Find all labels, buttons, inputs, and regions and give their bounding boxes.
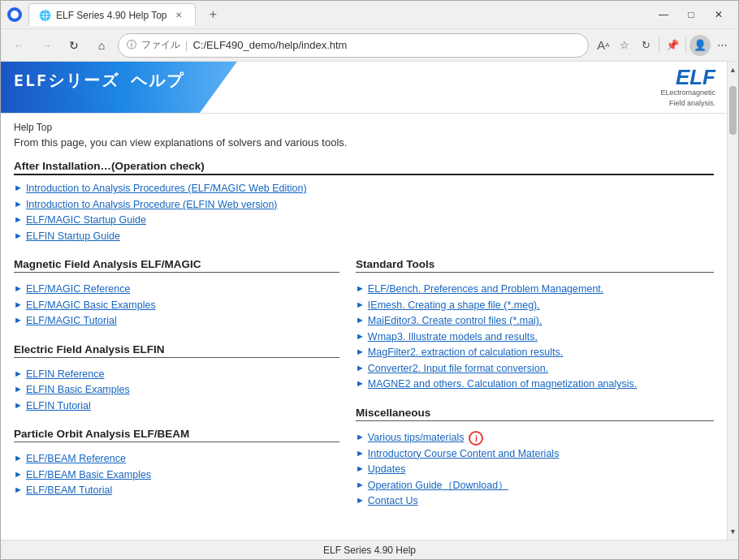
elf-header: ELFシリーズ ヘルプ (1, 62, 249, 113)
browser-icon (7, 7, 22, 22)
title-bar: 🌐 ELF Series 4.90 Help Top ✕ + — □ ✕ (1, 1, 738, 29)
standard-link-0[interactable]: ELF/Bench. Preferences and Problem Manag… (368, 282, 603, 297)
profile-icon[interactable]: 👤 (689, 35, 711, 56)
list-item: ► Contact Us (356, 494, 714, 509)
magnetic-field-title: Magnetic Field Analysis ELF/MAGIC (14, 258, 339, 273)
list-item: ► Introductory Course Content and Materi… (356, 447, 714, 462)
home-button[interactable]: ⌂ (90, 34, 113, 57)
arrow-icon: ► (14, 230, 23, 240)
beam-link-2[interactable]: ELF/BEAM Tutorial (26, 484, 112, 498)
arrow-icon: ► (14, 469, 23, 479)
standard-link-5[interactable]: Converter2. Input file format conversion… (368, 362, 548, 377)
after-install-section: After Installation…(Operation check) ► I… (14, 160, 714, 243)
back-button[interactable]: ← (7, 34, 30, 57)
info-badge: i (469, 431, 483, 446)
refresh2-icon[interactable]: ↻ (636, 36, 655, 55)
list-item: ► Introduction to Analysis Procedure (EL… (14, 198, 714, 213)
standard-link-1[interactable]: IEmesh. Creating a shape file (*.meg). (368, 299, 540, 313)
browser-tab[interactable]: 🌐 ELF Series 4.90 Help Top ✕ (28, 3, 196, 26)
arrow-icon: ► (356, 432, 365, 442)
list-item: ► ELF/MAGIC Tutorial (14, 314, 339, 329)
electric-field-section: Electric Field Analysis ELFIN ► ELFIN Re… (14, 343, 339, 414)
arrow-icon: ► (356, 299, 365, 309)
toolbar-right: AA ☆ ↻ 📌 👤 ⋯ (594, 35, 732, 56)
arrow-icon: ► (356, 463, 365, 473)
misc-link-1[interactable]: Introductory Course Content and Material… (368, 447, 560, 462)
address-url: C:/ELF490_demo/help/index.htm (192, 39, 580, 51)
beam-link-0[interactable]: ELF/BEAM Reference (26, 452, 126, 467)
electric-field-title: Electric Field Analysis ELFIN (14, 343, 339, 358)
list-item: ► ELF/Bench. Preferences and Problem Man… (356, 282, 714, 297)
tab-favicon: 🌐 (39, 10, 51, 21)
misc-link-3[interactable]: Operation Guide（Download） (368, 479, 508, 493)
pin-icon[interactable]: 📌 (663, 36, 682, 55)
elfin-link-0[interactable]: ELFIN Reference (26, 368, 105, 382)
misc-link-4[interactable]: Contact Us (368, 494, 418, 509)
scroll-track[interactable] (728, 78, 738, 523)
tab-title: ELF Series 4.90 Help Top (56, 10, 167, 21)
address-info-icon: ⓘ (127, 38, 136, 52)
standard-link-3[interactable]: Wmap3. Illustrate models and results. (368, 330, 538, 345)
particle-orbit-section: Particle Orbit Analysis ELF/BEAM ► ELF/B… (14, 428, 339, 498)
after-install-link-0[interactable]: Introduction to Analysis Procedures (ELF… (26, 182, 307, 196)
arrow-icon: ► (14, 400, 23, 410)
refresh-button[interactable]: ↻ (63, 34, 85, 57)
scroll-down-button[interactable]: ▼ (728, 523, 738, 540)
elf-header-title: ELFシリーズ ヘルプ (14, 71, 184, 90)
scroll-up-button[interactable]: ▲ (728, 62, 738, 78)
elf-logo-text: ELF (660, 67, 715, 88)
miscellaneous-title: Miscellaneous (356, 407, 714, 421)
after-install-link-3[interactable]: ELFIN Startup Guide (26, 230, 120, 244)
arrow-icon: ► (356, 495, 365, 505)
address-input[interactable]: ⓘ ファイル | C:/ELF490_demo/help/index.htm (118, 33, 589, 58)
magnetic-field-section: Magnetic Field Analysis ELF/MAGIC ► ELF/… (14, 258, 339, 329)
misc-link-2[interactable]: Updates (368, 463, 406, 477)
after-install-link-1[interactable]: Introduction to Analysis Procedure (ELFI… (26, 198, 278, 213)
magnetic-link-0[interactable]: ELF/MAGIC Reference (26, 282, 131, 297)
arrow-icon: ► (356, 480, 365, 489)
list-item: ► ELFIN Reference (14, 368, 339, 382)
arrow-icon: ► (14, 453, 23, 463)
standard-link-6[interactable]: MAGNE2 and others. Calculation of magnet… (368, 377, 637, 392)
browser-window: 🌐 ELF Series 4.90 Help Top ✕ + — □ ✕ ← →… (0, 0, 739, 560)
miscellaneous-section: Miscellaneous ► Various tips/materials i… (356, 407, 714, 509)
list-item: ► IEmesh. Creating a shape file (*.meg). (356, 299, 714, 313)
list-item: ► ELFIN Startup Guide (14, 230, 714, 244)
beam-link-1[interactable]: ELF/BEAM Basic Examples (26, 468, 151, 483)
elfin-link-1[interactable]: ELFIN Basic Examples (26, 383, 130, 398)
list-item: ► Introduction to Analysis Procedures (E… (14, 182, 714, 196)
tab-close-button[interactable]: ✕ (172, 9, 185, 22)
more-button[interactable]: ⋯ (712, 36, 732, 55)
arrow-icon: ► (356, 283, 365, 293)
after-install-link-2[interactable]: ELF/MAGIC Startup Guide (26, 213, 146, 228)
elfin-link-2[interactable]: ELFIN Tutorial (26, 399, 91, 414)
scrollbar[interactable]: ▲ ▼ (727, 62, 738, 540)
divider (659, 37, 659, 54)
title-bar-left: 🌐 ELF Series 4.90 Help Top ✕ + (7, 3, 650, 26)
arrow-icon: ► (14, 299, 23, 309)
browser-content: ELFシリーズ ヘルプ ELF ELectromagneticField ana… (1, 62, 738, 540)
favorites-icon[interactable]: ☆ (615, 36, 634, 55)
divider2 (685, 37, 686, 54)
arrow-icon: ► (356, 347, 365, 356)
standard-link-4[interactable]: MagFilter2. extraction of calculation re… (368, 346, 563, 360)
magnetic-link-2[interactable]: ELF/MAGIC Tutorial (26, 314, 117, 329)
after-install-title: After Installation…(Operation check) (14, 160, 714, 175)
page-body: Help Top From this page, you can view ex… (1, 114, 727, 532)
list-item: ► Various tips/materials i (356, 431, 714, 446)
magnetic-link-1[interactable]: ELF/MAGIC Basic Examples (26, 299, 156, 313)
misc-link-0[interactable]: Various tips/materials (368, 431, 465, 446)
list-item: ► ELF/BEAM Basic Examples (14, 468, 339, 483)
maximize-button[interactable]: □ (678, 4, 704, 25)
standard-link-2[interactable]: MaiEditor3. Create control files (*.mai)… (368, 314, 542, 329)
scroll-thumb[interactable] (729, 86, 737, 135)
close-button[interactable]: ✕ (706, 4, 732, 25)
reading-view-icon[interactable]: AA (594, 36, 613, 55)
list-item: ► Converter2. Input file format conversi… (356, 362, 714, 377)
list-item: ► Wmap3. Illustrate models and results. (356, 330, 714, 345)
elf-header-wrap: ELFシリーズ ヘルプ ELF ELectromagneticField ana… (1, 62, 727, 114)
forward-button[interactable]: → (35, 34, 58, 57)
window-controls: — □ ✕ (650, 4, 732, 25)
new-tab-button[interactable]: + (202, 3, 225, 26)
minimize-button[interactable]: — (650, 4, 676, 25)
